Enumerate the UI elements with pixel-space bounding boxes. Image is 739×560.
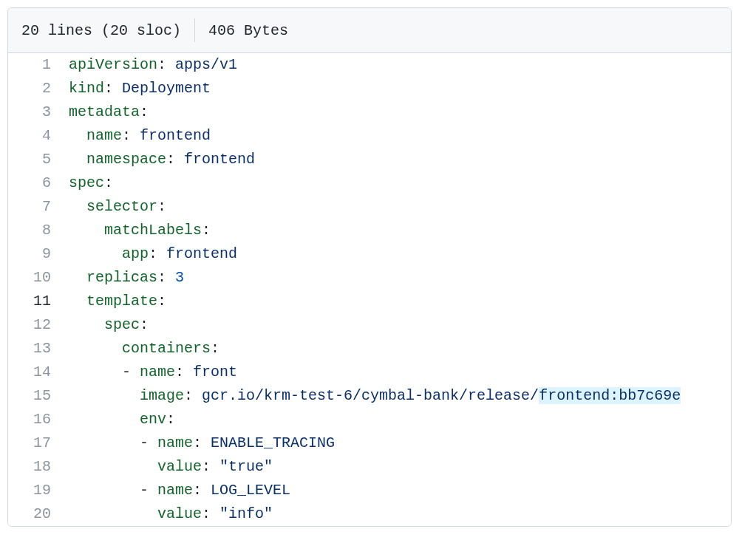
code-line: 17 - name: ENABLE_TRACING: [8, 431, 731, 455]
line-number[interactable]: 12: [8, 313, 69, 337]
file-viewer: 20 lines (20 sloc) 406 Bytes 1apiVersion…: [7, 7, 732, 527]
line-number[interactable]: 18: [8, 455, 69, 479]
code-content[interactable]: kind: Deployment: [69, 77, 211, 100]
code-line: 2kind: Deployment: [8, 77, 731, 100]
code-line: 13 containers:: [8, 337, 731, 361]
line-number[interactable]: 17: [8, 431, 69, 455]
line-number[interactable]: 1: [8, 53, 69, 77]
code-line: 6spec:: [8, 171, 731, 195]
code-line: 5 namespace: frontend: [8, 148, 731, 171]
code-line: 14 - name: front: [8, 361, 731, 384]
header-divider: [194, 18, 195, 42]
code-line: 4 name: frontend: [8, 124, 731, 148]
code-content[interactable]: name: frontend: [69, 124, 211, 148]
line-number[interactable]: 15: [8, 384, 69, 408]
code-line: 10 replicas: 3: [8, 266, 731, 290]
line-number[interactable]: 11: [8, 290, 69, 313]
line-number[interactable]: 14: [8, 361, 69, 384]
line-number[interactable]: 8: [8, 219, 69, 242]
file-size: 406 Bytes: [208, 22, 288, 39]
code-content[interactable]: - name: front: [69, 361, 237, 384]
code-line: 3metadata:: [8, 100, 731, 124]
lines-count: 20 lines (20 sloc): [21, 22, 194, 39]
code-content[interactable]: - name: LOG_LEVEL: [69, 479, 290, 502]
code-line: 11 template:: [8, 290, 731, 313]
code-line: 19 - name: LOG_LEVEL: [8, 479, 731, 502]
code-content[interactable]: replicas: 3: [69, 266, 184, 290]
code-content[interactable]: spec:: [69, 171, 113, 195]
code-content[interactable]: env:: [69, 408, 175, 431]
code-line: 18 value: "true": [8, 455, 731, 479]
code-content[interactable]: value: "true": [69, 455, 273, 479]
line-number[interactable]: 10: [8, 266, 69, 290]
code-content[interactable]: app: frontend: [69, 242, 237, 266]
code-content[interactable]: apiVersion: apps/v1: [69, 53, 237, 77]
line-number[interactable]: 9: [8, 242, 69, 266]
code-content[interactable]: - name: ENABLE_TRACING: [69, 431, 335, 455]
code-content[interactable]: selector:: [69, 195, 166, 219]
code-line: 1apiVersion: apps/v1: [8, 53, 731, 77]
code-line: 15 image: gcr.io/krm-test-6/cymbal-bank/…: [8, 384, 731, 408]
code-block[interactable]: 1apiVersion: apps/v12kind: Deployment3me…: [8, 53, 731, 526]
code-line: 16 env:: [8, 408, 731, 431]
code-line: 9 app: frontend: [8, 242, 731, 266]
code-line: 12 spec:: [8, 313, 731, 337]
code-content[interactable]: containers:: [69, 337, 219, 361]
line-number[interactable]: 20: [8, 502, 69, 526]
code-line: 7 selector:: [8, 195, 731, 219]
line-number[interactable]: 6: [8, 171, 69, 195]
line-number[interactable]: 13: [8, 337, 69, 361]
code-content[interactable]: namespace: frontend: [69, 148, 255, 171]
line-number[interactable]: 16: [8, 408, 69, 431]
code-line: 20 value: "info": [8, 502, 731, 526]
line-number[interactable]: 2: [8, 77, 69, 100]
code-content[interactable]: template:: [69, 290, 166, 313]
code-line: 8 matchLabels:: [8, 219, 731, 242]
code-content[interactable]: value: "info": [69, 502, 273, 526]
file-header: 20 lines (20 sloc) 406 Bytes: [8, 8, 731, 53]
code-content[interactable]: metadata:: [69, 100, 149, 124]
code-content[interactable]: matchLabels:: [69, 219, 211, 242]
line-number[interactable]: 4: [8, 124, 69, 148]
line-number[interactable]: 5: [8, 148, 69, 171]
code-content[interactable]: image: gcr.io/krm-test-6/cymbal-bank/rel…: [69, 384, 681, 408]
line-number[interactable]: 19: [8, 479, 69, 502]
code-content[interactable]: spec:: [69, 313, 149, 337]
line-number[interactable]: 7: [8, 195, 69, 219]
line-number[interactable]: 3: [8, 100, 69, 124]
